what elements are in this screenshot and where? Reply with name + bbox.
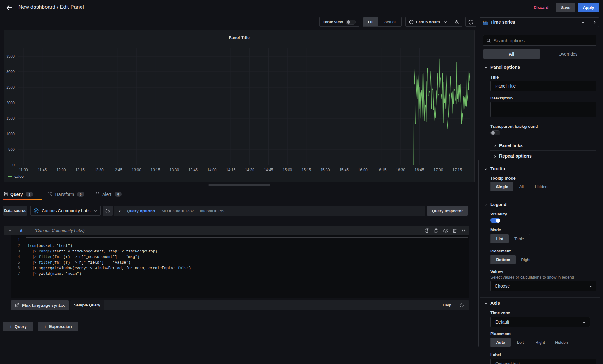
svg-text:16:30: 16:30	[396, 168, 405, 172]
svg-text:13:00: 13:00	[132, 168, 141, 172]
svg-text:17:00: 17:00	[434, 168, 443, 172]
svg-text:16:15: 16:15	[377, 168, 386, 172]
svg-text:Panel Title: Panel Title	[229, 35, 250, 40]
svg-text:16:00: 16:00	[358, 168, 368, 172]
svg-text:12:30: 12:30	[94, 168, 104, 172]
svg-text:12:00: 12:00	[56, 168, 66, 172]
svg-text:15:30: 15:30	[320, 168, 330, 172]
svg-text:3000: 3000	[6, 70, 15, 74]
svg-text:13:30: 13:30	[169, 168, 179, 172]
svg-text:value: value	[14, 174, 24, 179]
svg-text:16:45: 16:45	[415, 168, 424, 172]
svg-text:2500: 2500	[6, 85, 15, 90]
svg-text:2000: 2000	[6, 101, 15, 105]
svg-text:14:45: 14:45	[264, 168, 273, 172]
svg-text:1500: 1500	[6, 116, 15, 121]
svg-text:13:45: 13:45	[188, 168, 198, 172]
svg-text:15:15: 15:15	[302, 168, 311, 172]
svg-text:0: 0	[12, 163, 15, 167]
svg-text:14:00: 14:00	[207, 168, 216, 172]
svg-text:12:15: 12:15	[75, 168, 85, 172]
svg-text:14:15: 14:15	[226, 168, 235, 172]
svg-text:15:00: 15:00	[283, 168, 292, 172]
svg-text:15:45: 15:45	[339, 168, 349, 172]
svg-text:14:30: 14:30	[245, 168, 254, 172]
svg-text:12:45: 12:45	[113, 168, 122, 172]
svg-text:500: 500	[8, 147, 15, 152]
svg-text:11:45: 11:45	[38, 168, 47, 172]
svg-text:3500: 3500	[6, 54, 15, 58]
svg-text:13:15: 13:15	[151, 168, 160, 172]
svg-text:17:15: 17:15	[452, 168, 462, 172]
svg-text:1000: 1000	[6, 132, 15, 136]
svg-text:11:30: 11:30	[19, 168, 28, 172]
